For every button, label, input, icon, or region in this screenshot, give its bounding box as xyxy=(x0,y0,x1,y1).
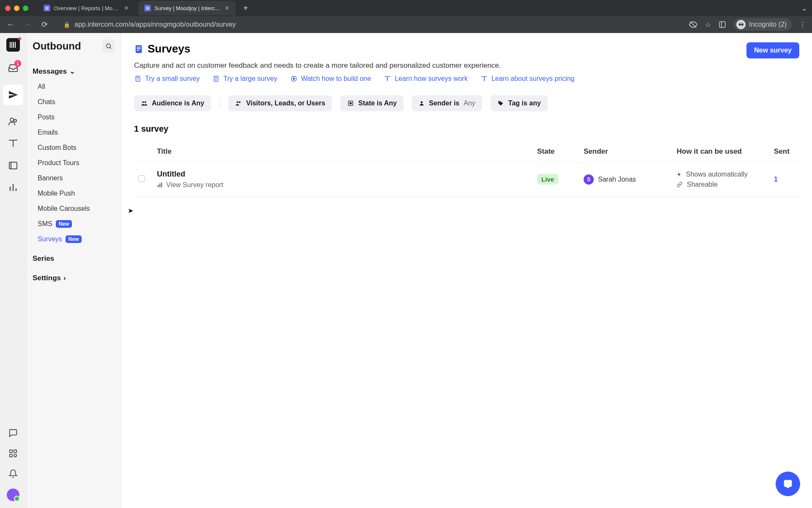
sidebar-item-custom-bots[interactable]: Custom Bots xyxy=(27,140,121,155)
row-checkbox[interactable] xyxy=(138,175,145,182)
col-title[interactable]: Title xyxy=(153,141,533,162)
svg-point-36 xyxy=(499,102,500,102)
rail-articles[interactable] xyxy=(8,138,19,149)
reading-list-icon[interactable] xyxy=(719,21,726,28)
sidebar-item-surveys[interactable]: Surveys New xyxy=(27,232,121,247)
rail-user-avatar[interactable] xyxy=(7,489,19,501)
table-row[interactable]: Untitled View Survey report Live S Sarah… xyxy=(134,162,799,197)
rail-inbox[interactable]: 1 xyxy=(8,63,19,74)
book-icon xyxy=(384,75,391,83)
doc-icon xyxy=(212,75,220,83)
surveys-table: Title State Sender How it can be used Se… xyxy=(134,141,799,197)
svg-rect-5 xyxy=(9,162,17,169)
sidebar-item-emails[interactable]: Emails xyxy=(27,125,121,140)
play-icon xyxy=(290,75,298,83)
usage-auto: Shows automatically xyxy=(686,171,748,178)
eye-off-icon[interactable] xyxy=(689,20,697,29)
help-link-try-large[interactable]: Try a large survey xyxy=(212,75,277,83)
sidebar-item-mobile-carousels[interactable]: Mobile Carousels xyxy=(27,201,121,216)
svg-line-15 xyxy=(110,47,111,49)
forward-button[interactable]: → xyxy=(23,20,32,29)
maximize-window-button[interactable] xyxy=(23,6,28,11)
sidebar-group-series[interactable]: Series xyxy=(27,251,121,266)
new-tab-button[interactable]: + xyxy=(239,3,252,13)
close-window-button[interactable] xyxy=(5,6,11,11)
tabs-dropdown-icon[interactable]: ⌄ xyxy=(801,4,807,12)
svg-rect-40 xyxy=(784,480,792,487)
rail-reports[interactable] xyxy=(8,182,19,193)
back-button[interactable]: ← xyxy=(6,20,15,29)
svg-point-35 xyxy=(421,101,423,103)
audience-icon xyxy=(141,100,148,107)
filter-visitors[interactable]: Visitors, Leads, or Users xyxy=(228,95,332,111)
sidebar-item-banners[interactable]: Banners xyxy=(27,171,121,186)
svg-rect-38 xyxy=(159,184,160,188)
usage-shareable: Shareable xyxy=(687,181,718,188)
intercom-logo[interactable] xyxy=(6,38,20,52)
browser-action-icons: ☆ 🕶 Incognito (2) ⋮ xyxy=(689,18,806,31)
filter-state[interactable]: State is Any xyxy=(340,95,403,111)
rail-messenger[interactable] xyxy=(8,428,19,439)
rail-operator[interactable] xyxy=(8,160,19,171)
url-text: app.intercom.com/a/apps/nnsgmgob/outboun… xyxy=(74,21,236,28)
sidebar-item-chats[interactable]: Chats xyxy=(27,94,121,110)
sidebar-search-button[interactable] xyxy=(102,40,115,52)
address-bar-row: ← → ⟳ 🔒 app.intercom.com/a/apps/nnsgmgob… xyxy=(0,16,812,33)
browser-tab-survey[interactable]: Survey | Moodjoy | Intercom ✕ xyxy=(138,1,236,15)
kebab-menu-icon[interactable]: ⋮ xyxy=(799,21,806,29)
svg-point-14 xyxy=(107,44,110,48)
rail-apps[interactable] xyxy=(8,448,19,459)
svg-point-34 xyxy=(350,102,351,104)
col-sent[interactable]: Sent xyxy=(770,141,799,162)
svg-point-32 xyxy=(239,101,241,103)
survey-count: 1 survey xyxy=(134,124,799,134)
close-tab-icon[interactable]: ✕ xyxy=(124,5,129,11)
row-report-link[interactable]: View Survey report xyxy=(157,181,529,189)
help-link-learn-how[interactable]: Learn how surveys work xyxy=(384,75,468,83)
page-subtitle: Capture and act on customer feedback and… xyxy=(134,61,574,70)
minimize-window-button[interactable] xyxy=(14,6,19,11)
sidebar-item-all[interactable]: All xyxy=(27,79,121,94)
filter-sender[interactable]: Sender is Any xyxy=(412,95,482,111)
sidebar-item-product-tours[interactable]: Product Tours xyxy=(27,155,121,171)
close-tab-icon[interactable]: ✕ xyxy=(225,5,230,11)
lock-icon: 🔒 xyxy=(63,22,70,28)
new-survey-button[interactable]: New survey xyxy=(746,42,799,58)
sidebar-item-sms[interactable]: SMS New xyxy=(27,216,121,232)
lightning-icon xyxy=(677,171,682,177)
sent-count[interactable]: 1 xyxy=(774,176,778,183)
sidebar-item-label: SMS xyxy=(38,220,52,228)
app-frame: 1 O xyxy=(0,33,812,508)
rail-outbound[interactable] xyxy=(3,85,23,105)
incognito-indicator[interactable]: 🕶 Incognito (2) xyxy=(734,18,792,31)
help-link-try-small[interactable]: Try a small survey xyxy=(134,75,200,83)
rail-notifications[interactable] xyxy=(8,468,19,479)
sidebar-group-settings[interactable]: Settings › xyxy=(27,271,121,286)
rail-contacts[interactable] xyxy=(8,116,19,127)
address-bar[interactable]: 🔒 app.intercom.com/a/apps/nnsgmgob/outbo… xyxy=(57,18,681,31)
sidebar-item-posts[interactable]: Posts xyxy=(27,110,121,125)
svg-rect-10 xyxy=(10,450,12,453)
sidebar-item-mobile-push[interactable]: Mobile Push xyxy=(27,186,121,201)
chevron-down-icon: ⌄ xyxy=(69,67,75,76)
new-badge: New xyxy=(56,220,72,228)
browser-chrome: Overview | Reports | Moodjoy ✕ Survey | … xyxy=(0,0,812,33)
sidebar-group-messages[interactable]: Messages ⌄ xyxy=(27,64,121,79)
browser-tab-overview[interactable]: Overview | Reports | Moodjoy ✕ xyxy=(38,1,135,15)
col-usage[interactable]: How it can be used xyxy=(672,141,770,162)
filter-audience[interactable]: Audience is Any xyxy=(134,95,211,111)
link-icon xyxy=(677,182,683,188)
reload-button[interactable]: ⟳ xyxy=(40,20,49,29)
intercom-chat-fab[interactable] xyxy=(776,472,800,496)
icon-rail: 1 xyxy=(0,33,27,508)
svg-point-29 xyxy=(142,101,144,103)
svg-rect-11 xyxy=(14,450,16,453)
help-link-learn-pricing[interactable]: Learn about surveys pricing xyxy=(480,75,575,83)
col-state[interactable]: State xyxy=(533,141,579,162)
group-label: Settings xyxy=(33,274,61,282)
bookmark-star-icon[interactable]: ☆ xyxy=(705,21,711,29)
help-link-watch[interactable]: Watch how to build one xyxy=(290,75,371,83)
filter-tag[interactable]: Tag is any xyxy=(491,95,548,111)
svg-rect-17 xyxy=(137,47,140,47)
col-sender[interactable]: Sender xyxy=(579,141,672,162)
